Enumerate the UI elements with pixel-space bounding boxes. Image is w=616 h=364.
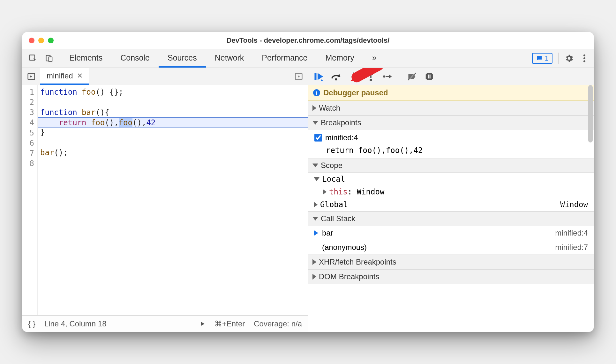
breakpoint-item[interactable]: minified:4 <box>308 131 594 144</box>
scope-local-this[interactable]: this: Window <box>308 186 594 198</box>
run-shortcut: ⌘+Enter <box>214 319 245 328</box>
callstack-section: bar minified:4 (anonymous) minified:7 <box>308 226 594 255</box>
more-icon[interactable] <box>580 54 589 63</box>
device-toggle-icon[interactable] <box>45 54 54 63</box>
main-toolbar: Elements Console Sources Network Perform… <box>22 49 594 68</box>
inspect-icon[interactable] <box>28 54 38 63</box>
callstack-frame[interactable]: bar minified:4 <box>308 226 594 240</box>
dom-breakpoints-section-header[interactable]: DOM Breakpoints <box>308 269 594 284</box>
breakpoint-checkbox[interactable] <box>314 134 322 142</box>
scope-section-header[interactable]: Scope <box>308 158 594 173</box>
debugger-toolbar <box>308 68 594 85</box>
gear-icon[interactable] <box>564 54 574 63</box>
run-icon[interactable] <box>199 321 206 327</box>
deactivate-breakpoints-icon[interactable] <box>407 71 417 82</box>
breakpoints-section: minified:4 return foo(),foo(),42 <box>308 130 594 158</box>
svg-point-5 <box>583 60 585 62</box>
tab-elements[interactable]: Elements <box>60 49 111 68</box>
watch-section-header[interactable]: Watch <box>308 101 594 115</box>
svg-point-4 <box>583 57 585 59</box>
callstack-frame[interactable]: (anonymous) minified:7 <box>308 240 594 255</box>
svg-point-12 <box>383 75 385 77</box>
svg-rect-8 <box>314 73 316 80</box>
svg-rect-14 <box>430 74 431 78</box>
step-icon[interactable] <box>383 71 394 82</box>
chevron-down-icon <box>314 177 319 181</box>
step-into-icon[interactable] <box>348 71 359 82</box>
devtools-window: DevTools - developer.chrome.com/tags/dev… <box>22 32 594 332</box>
source-statusbar: { } Line 4, Column 18 ⌘+Enter Coverage: … <box>22 315 308 332</box>
tab-sources[interactable]: Sources <box>159 49 206 68</box>
pretty-print-icon[interactable]: { } <box>28 319 35 328</box>
tab-network[interactable]: Network <box>206 49 253 68</box>
close-icon[interactable]: ✕ <box>77 72 83 80</box>
debugger-status: Debugger paused <box>323 88 388 97</box>
chevron-down-icon <box>312 217 318 221</box>
tab-console[interactable]: Console <box>111 49 159 68</box>
debug-pane: i Debugger paused Watch Breakpoints mini… <box>308 68 594 332</box>
chevron-right-icon <box>312 259 316 265</box>
titlebar: DevTools - developer.chrome.com/tags/dev… <box>22 32 594 49</box>
coverage-label: Coverage: n/a <box>254 319 302 328</box>
breakpoint-location: minified:4 <box>325 133 358 142</box>
line-gutter: 12345678 <box>22 85 38 315</box>
breakpoint-code: return foo(),foo(),42 <box>308 144 594 157</box>
code-editor[interactable]: 12345678 function foo() {}; function bar… <box>22 85 308 315</box>
svg-point-3 <box>583 55 585 56</box>
tab-memory[interactable]: Memory <box>316 49 363 68</box>
run-snippet-icon[interactable] <box>290 68 308 85</box>
source-tabbar: minified ✕ <box>22 68 308 85</box>
pause-on-exceptions-icon[interactable] <box>424 71 435 82</box>
scope-global[interactable]: Global Window <box>308 198 594 211</box>
navigator-toggle-icon[interactable] <box>22 68 40 85</box>
body: minified ✕ 12345678 function foo() {}; f… <box>22 68 594 332</box>
traffic-lights <box>29 38 54 43</box>
window-maximize-button[interactable] <box>48 38 54 43</box>
svg-point-9 <box>335 78 337 80</box>
info-icon: i <box>313 89 320 96</box>
chevron-right-icon <box>312 274 316 280</box>
chevron-right-icon <box>312 105 316 111</box>
scope-local[interactable]: Local <box>308 173 594 186</box>
chevron-right-icon <box>314 202 318 207</box>
svg-point-11 <box>370 79 372 81</box>
xhr-breakpoints-section-header[interactable]: XHR/fetch Breakpoints <box>308 255 594 269</box>
step-out-icon[interactable] <box>365 71 376 82</box>
chevron-right-icon <box>323 189 327 195</box>
chevron-down-icon <box>312 121 318 125</box>
source-file-tab[interactable]: minified ✕ <box>40 68 89 85</box>
window-close-button[interactable] <box>29 38 34 43</box>
step-over-icon[interactable] <box>331 71 342 82</box>
issues-count: 1 <box>545 54 549 62</box>
resume-icon[interactable] <box>314 71 325 82</box>
svg-rect-2 <box>49 57 52 62</box>
tab-performance[interactable]: Performance <box>253 49 316 68</box>
scrollbar[interactable] <box>588 85 593 142</box>
panel-tabs: Elements Console Sources Network Perform… <box>60 49 528 68</box>
source-file-name: minified <box>47 71 73 80</box>
breakpoints-section-header[interactable]: Breakpoints <box>308 115 594 130</box>
issues-badge[interactable]: 1 <box>532 53 552 64</box>
callstack-section-header[interactable]: Call Stack <box>308 211 594 226</box>
window-minimize-button[interactable] <box>38 38 44 43</box>
scope-section: Local this: Window Global Window <box>308 173 594 211</box>
window-title: DevTools - developer.chrome.com/tags/dev… <box>22 36 594 45</box>
svg-rect-13 <box>428 74 429 78</box>
tabs-overflow-button[interactable]: » <box>363 49 386 68</box>
toolbar-divider <box>558 53 559 64</box>
cursor-position: Line 4, Column 18 <box>44 319 107 328</box>
source-pane: minified ✕ 12345678 function foo() {}; f… <box>22 68 308 332</box>
chevron-down-icon <box>312 164 318 167</box>
debugger-paused-banner: i Debugger paused <box>308 85 594 101</box>
svg-point-10 <box>352 79 355 81</box>
